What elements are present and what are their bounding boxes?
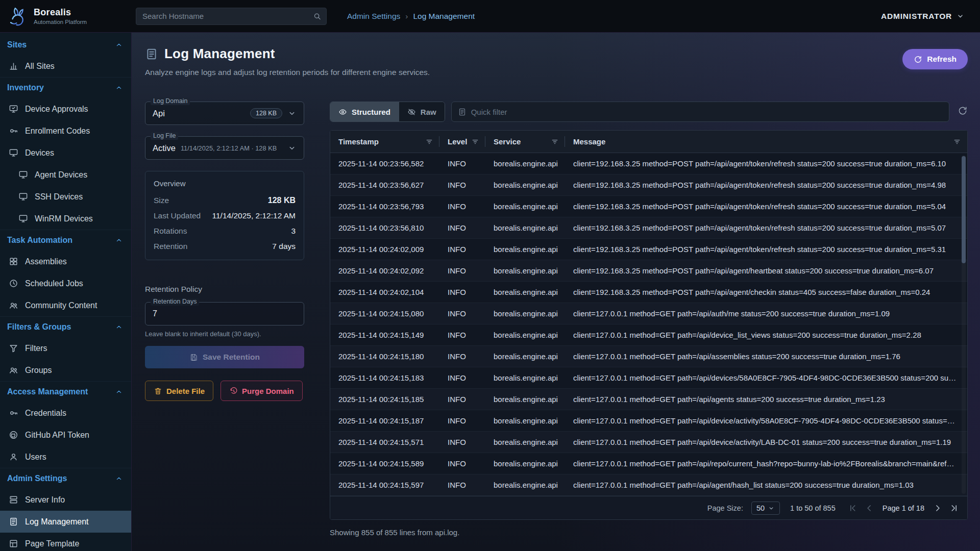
- log-service: borealis.engine.api: [485, 416, 565, 425]
- column-header-service[interactable]: Service: [485, 131, 565, 153]
- log-level: INFO: [439, 331, 485, 339]
- log-row[interactable]: 2025-11-14 00:24:15,187INFOborealis.engi…: [330, 410, 967, 432]
- sidebar-item-enrollment-codes[interactable]: Enrollment Codes: [0, 120, 131, 142]
- size-badge: 128 KB: [250, 108, 282, 118]
- sidebar-item-label: Device Approvals: [25, 105, 88, 114]
- log-row[interactable]: 2025-11-14 00:24:15,180INFOborealis.engi…: [330, 346, 967, 367]
- last-page-button[interactable]: [948, 502, 960, 514]
- column-label: Level: [448, 137, 467, 146]
- log-row[interactable]: 2025-11-14 00:24:02,104INFOborealis.engi…: [330, 282, 967, 303]
- log-service: borealis.engine.api: [485, 288, 565, 296]
- user-menu[interactable]: ADMINISTRATOR: [881, 12, 965, 21]
- refresh-button[interactable]: Refresh: [902, 49, 968, 69]
- sidebar-item-device-approvals[interactable]: Device Approvals: [0, 98, 131, 120]
- filter-icon[interactable]: [425, 138, 433, 146]
- sidebar-item-server-info[interactable]: Server Info: [0, 489, 131, 511]
- sidebar-item-winrm-devices[interactable]: WinRM Devices: [0, 208, 131, 230]
- log-row[interactable]: 2025-11-14 00:23:56,582INFOborealis.engi…: [330, 153, 967, 174]
- log-timestamp: 2025-11-14 00:24:15,187: [330, 416, 439, 425]
- log-row[interactable]: 2025-11-14 00:24:15,080INFOborealis.engi…: [330, 303, 967, 324]
- filter-icon[interactable]: [471, 138, 479, 146]
- sidebar-item-agent-devices[interactable]: Agent Devices: [0, 164, 131, 186]
- sidebar-item-devices[interactable]: Devices: [0, 142, 131, 164]
- log-level: INFO: [439, 288, 485, 296]
- next-page-button[interactable]: [932, 502, 944, 514]
- log-file-select[interactable]: Log File Active 11/14/2025, 2:12:12 AM ·…: [145, 136, 304, 160]
- breadcrumb-separator: ›: [405, 12, 408, 21]
- key-icon: [9, 126, 18, 136]
- sidebar-item-scheduled-jobs[interactable]: Scheduled Jobs: [0, 272, 131, 294]
- structured-toggle[interactable]: Structured: [330, 102, 399, 121]
- log-row[interactable]: 2025-11-14 00:24:15,183INFOborealis.engi…: [330, 367, 967, 389]
- log-row[interactable]: 2025-11-14 00:24:02,009INFOborealis.engi…: [330, 239, 967, 260]
- reload-logs-button[interactable]: [958, 106, 968, 118]
- log-row[interactable]: 2025-11-14 00:23:56,793INFOborealis.engi…: [330, 196, 967, 217]
- chevron-up-icon: [115, 323, 123, 331]
- monitor-check-icon: [9, 104, 18, 114]
- section-header-admin-settings[interactable]: Admin Settings: [0, 468, 131, 489]
- delete-file-button[interactable]: Delete File: [145, 381, 213, 401]
- retention-days-input[interactable]: [153, 309, 297, 318]
- sidebar-item-filters[interactable]: Filters: [0, 337, 131, 359]
- section-header-sites[interactable]: Sites: [0, 35, 131, 55]
- log-row[interactable]: 2025-11-14 00:23:56,810INFOborealis.engi…: [330, 217, 967, 239]
- log-row[interactable]: 2025-11-14 00:24:15,589INFOborealis.engi…: [330, 453, 967, 474]
- log-domain-select[interactable]: Log Domain Api 128 KB: [145, 102, 304, 125]
- sidebar-item-groups[interactable]: Groups: [0, 359, 131, 381]
- retention-hint: Leave blank to inherit default (30 days)…: [145, 330, 304, 338]
- line-count-note: Showing 855 of 855 lines from api.log.: [330, 528, 968, 537]
- sidebar-item-page-template[interactable]: Page Template: [0, 533, 131, 551]
- log-level: INFO: [439, 223, 485, 232]
- purge-domain-button[interactable]: Purge Domain: [220, 381, 303, 401]
- column-header-level[interactable]: Level: [439, 131, 485, 153]
- log-row[interactable]: 2025-11-14 00:23:56,627INFOborealis.engi…: [330, 174, 967, 196]
- scrollbar-thumb[interactable]: [962, 156, 966, 263]
- sidebar-item-credentials[interactable]: Credentials: [0, 402, 131, 424]
- log-message: client=127.0.0.1 method=GET path=/api/de…: [565, 438, 967, 446]
- table-scrollbar[interactable]: [962, 155, 966, 494]
- monitor-icon: [18, 214, 28, 223]
- column-header-message[interactable]: Message: [565, 131, 967, 153]
- page-size-select[interactable]: 50: [751, 502, 780, 515]
- log-file-meta: 11/14/2025, 2:12:12 AM · 128 KB: [181, 144, 282, 152]
- save-retention-button[interactable]: Save Retention: [145, 346, 304, 368]
- filter-icon[interactable]: [953, 138, 961, 146]
- sidebar-item-users[interactable]: Users: [0, 446, 131, 468]
- raw-toggle[interactable]: Raw: [399, 102, 445, 121]
- quick-filter-input[interactable]: [471, 108, 943, 116]
- sidebar-item-all-sites[interactable]: All Sites: [0, 55, 131, 77]
- breadcrumb-admin-settings[interactable]: Admin Settings: [347, 12, 400, 21]
- section-header-access-management[interactable]: Access Management: [0, 382, 131, 402]
- history-icon: [229, 387, 238, 395]
- breadcrumb-log-management[interactable]: Log Management: [413, 12, 475, 21]
- sidebar-item-label: Server Info: [25, 495, 65, 505]
- log-service: borealis.engine.api: [485, 331, 565, 339]
- log-row[interactable]: 2025-11-14 00:24:02,092INFOborealis.engi…: [330, 260, 967, 282]
- prev-page-button[interactable]: [863, 502, 875, 514]
- sidebar-item-label: Assemblies: [25, 257, 67, 266]
- brand[interactable]: Borealis Automation Platform: [0, 6, 132, 27]
- log-timestamp: 2025-11-14 00:24:15,185: [330, 395, 439, 404]
- sidebar-item-ssh-devices[interactable]: SSH Devices: [0, 186, 131, 208]
- monitor-icon: [18, 170, 28, 180]
- log-row[interactable]: 2025-11-14 00:24:15,571INFOborealis.engi…: [330, 432, 967, 453]
- log-message: client=192.168.3.25 method=POST path=/ap…: [565, 181, 967, 189]
- log-row[interactable]: 2025-11-14 00:24:15,149INFOborealis.engi…: [330, 324, 967, 346]
- section-title: Inventory: [7, 83, 44, 92]
- section-header-inventory[interactable]: Inventory: [0, 78, 131, 98]
- filter-icon[interactable]: [551, 138, 559, 146]
- log-row[interactable]: 2025-11-14 00:24:15,185INFOborealis.engi…: [330, 389, 967, 410]
- column-header-timestamp[interactable]: Timestamp: [330, 131, 439, 153]
- overview-row: Last Updated11/14/2025, 2:12:12 AM: [154, 208, 296, 223]
- sidebar-item-log-management[interactable]: Log Management: [0, 511, 131, 533]
- log-row[interactable]: 2025-11-14 00:24:15,597INFOborealis.engi…: [330, 474, 967, 496]
- first-page-button[interactable]: [847, 502, 859, 514]
- section-header-task-automation[interactable]: Task Automation: [0, 230, 131, 251]
- log-service: borealis.engine.api: [485, 481, 565, 489]
- sidebar-item-assemblies[interactable]: Assemblies: [0, 251, 131, 272]
- sidebar-item-github-api-token[interactable]: GitHub API Token: [0, 424, 131, 446]
- sidebar-item-community-content[interactable]: Community Content: [0, 294, 131, 316]
- search-input[interactable]: [136, 8, 327, 25]
- retention-policy-title: Retention Policy: [145, 285, 304, 294]
- section-header-filters-groups[interactable]: Filters & Groups: [0, 317, 131, 337]
